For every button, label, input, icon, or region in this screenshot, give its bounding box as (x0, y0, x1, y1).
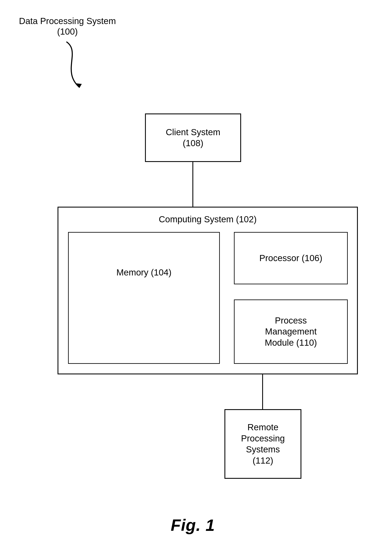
process-management-module-box: Process Management Module (110) (234, 299, 348, 364)
system-title-line2: (100) (57, 27, 78, 36)
remote-line2: Processing (241, 433, 285, 444)
diagram-canvas: Data Processing System (100) Client Syst… (0, 0, 392, 549)
figure-caption: Fig. 1 (171, 516, 215, 535)
client-system-box: Client System (108) (145, 114, 241, 162)
pmm-line2: Management (265, 326, 316, 337)
processor-box: Processor (106) (234, 232, 348, 284)
client-system-line1: Client System (166, 127, 220, 138)
client-system-line2: (108) (183, 138, 203, 149)
pmm-line1: Process (275, 315, 307, 326)
remote-processing-systems-box: Remote Processing Systems (112) (224, 409, 301, 479)
title-arrow-icon (61, 40, 103, 95)
processor-label: Processor (106) (259, 253, 322, 264)
remote-line3: Systems (246, 444, 280, 455)
connector-computing-remote (262, 374, 263, 409)
system-title-label: Data Processing System (100) (13, 16, 122, 37)
pmm-line3: Module (110) (265, 337, 317, 349)
memory-box: Memory (104) (68, 232, 220, 364)
connector-client-computing (192, 162, 193, 207)
computing-system-title: Computing System (102) (159, 214, 257, 225)
remote-line4: (112) (252, 455, 273, 466)
system-title-line1: Data Processing System (19, 16, 116, 26)
remote-line1: Remote (247, 422, 278, 433)
memory-label: Memory (104) (116, 267, 171, 278)
